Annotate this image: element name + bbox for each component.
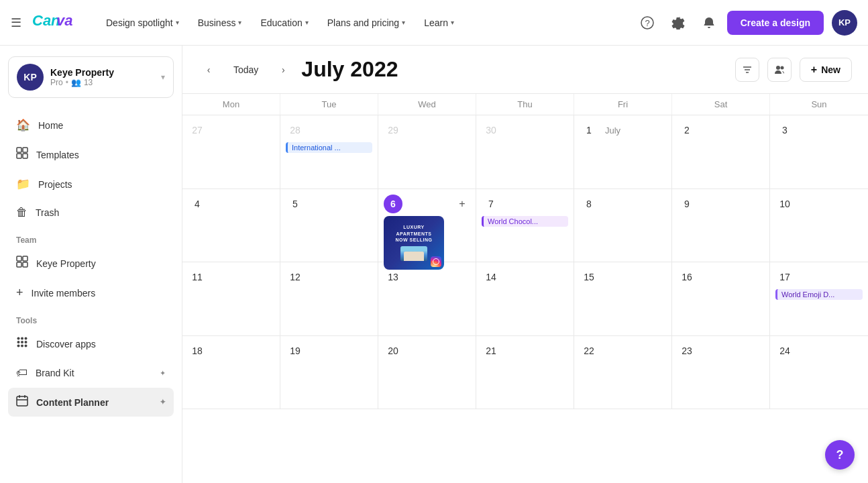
- date-number-today: 6: [384, 195, 402, 213]
- sidebar-item-invite-members[interactable]: + Invite members: [8, 279, 174, 307]
- day-header-mon: Mon: [182, 94, 280, 115]
- add-event-button[interactable]: +: [454, 196, 470, 212]
- nav-plans-pricing[interactable]: Plans and pricing ▾: [321, 12, 412, 34]
- calendar-cell-jul24[interactable]: 24: [770, 336, 868, 410]
- calendar-cell-jul5[interactable]: 5: [280, 189, 378, 263]
- calendar-filter-button[interactable]: [735, 58, 759, 82]
- sidebar-item-projects[interactable]: 📁 Projects: [8, 170, 174, 198]
- team-section-label: Team: [8, 227, 174, 249]
- svg-point-17: [25, 341, 28, 343]
- user-avatar[interactable]: KP: [832, 10, 857, 36]
- calendar-prev-button[interactable]: ‹: [199, 60, 219, 80]
- templates-icon: [16, 147, 28, 162]
- home-icon: 🏠: [16, 118, 30, 132]
- calendar-cell-jul7[interactable]: 7 World Chocol...: [476, 189, 574, 263]
- calendar-cell-jul22[interactable]: 22: [574, 336, 672, 410]
- calendar-cell-jul16[interactable]: 16: [672, 262, 770, 336]
- calendar-cell-jul12[interactable]: 12: [280, 262, 378, 336]
- calendar-cell-jul14[interactable]: 14: [476, 262, 574, 336]
- calendar-event[interactable]: International ...: [286, 142, 372, 153]
- sidebar-item-trash[interactable]: 🗑 Trash: [8, 199, 174, 226]
- sidebar-item-templates[interactable]: Templates: [8, 140, 174, 169]
- date-number: 9: [677, 195, 696, 213]
- calendar-cell-jul10[interactable]: 10: [770, 189, 868, 263]
- svg-text:va: va: [56, 12, 72, 29]
- calendar-new-button[interactable]: + New: [800, 58, 852, 82]
- date-number: 13: [384, 268, 402, 286]
- sidebar-item-keye-property[interactable]: Keye Property: [8, 249, 174, 278]
- calendar-cell-jul23[interactable]: 23: [672, 336, 770, 410]
- date-number: 1: [580, 121, 598, 140]
- svg-rect-6: [17, 154, 21, 158]
- canva-logo[interactable]: Can va: [32, 11, 80, 34]
- calendar-cell-jul15[interactable]: 15: [574, 262, 672, 336]
- main-layout: KP Keye Property Pro • 👥 13 ▾ 🏠 Home: [0, 46, 868, 483]
- calendar-cell-jul8[interactable]: 8: [574, 189, 672, 263]
- calendar-cell-jul1[interactable]: 1 July: [574, 115, 672, 189]
- svg-point-29: [780, 66, 783, 69]
- calendar-cell-jun29[interactable]: 29: [378, 115, 476, 189]
- date-number: 18: [188, 341, 207, 360]
- sidebar-item-content-planner[interactable]: Content Planner ✦: [8, 388, 174, 417]
- calendar-people-button[interactable]: [767, 58, 792, 82]
- nav-business-label: Business: [198, 17, 236, 28]
- calendar-cell-jun30[interactable]: 30: [476, 115, 574, 189]
- sidebar-item-brand-kit[interactable]: 🏷 Brand Kit ✦: [8, 360, 174, 386]
- calendar-cell-jul11[interactable]: 11: [182, 262, 280, 336]
- day-header-wed: Wed: [378, 94, 476, 115]
- date-number: 14: [482, 268, 500, 286]
- nav-learn[interactable]: Learn ▾: [417, 12, 461, 34]
- calendar-title: July 2022: [301, 57, 398, 82]
- svg-text:?: ?: [645, 18, 649, 28]
- date-number: 28: [286, 121, 305, 140]
- profile-sub: Pro • 👥 13: [50, 78, 154, 87]
- calendar-cell-jun27[interactable]: 27: [182, 115, 280, 189]
- calendar-cell-jul17[interactable]: 17 World Emoji D...: [770, 262, 868, 336]
- calendar-cell-jul4[interactable]: 4: [182, 189, 280, 263]
- calendar-cell-jul3[interactable]: 3: [770, 115, 868, 189]
- main-content: ‹ Today › July 2022 +: [182, 46, 868, 483]
- date-number: 24: [775, 341, 794, 360]
- hamburger-menu-icon[interactable]: ☰: [11, 15, 21, 30]
- notifications-icon-btn[interactable]: [696, 10, 722, 36]
- calendar-event[interactable]: World Chocol...: [482, 216, 568, 227]
- date-number: 21: [482, 341, 500, 360]
- calendar-cell-jul6[interactable]: 6 + LuxuryApartmentsNow Selling: [378, 189, 476, 263]
- svg-rect-4: [17, 148, 21, 152]
- day-header-fri: Fri: [574, 94, 672, 115]
- help-button[interactable]: ?: [825, 440, 855, 470]
- calendar-cell-jul20[interactable]: 20: [378, 336, 476, 410]
- calendar-day-headers: Mon Tue Wed Thu Fri Sat Sun: [182, 94, 868, 115]
- help-icon-btn[interactable]: ?: [635, 10, 660, 36]
- date-number: 7: [482, 195, 500, 213]
- calendar-event[interactable]: World Emoji D...: [775, 289, 863, 300]
- nav-education[interactable]: Education ▾: [254, 12, 315, 34]
- tools-section-label: Tools: [8, 308, 174, 329]
- calendar-cell-jul18[interactable]: 18: [182, 336, 280, 410]
- settings-icon-btn[interactable]: [665, 10, 691, 36]
- calendar-cell-jul13[interactable]: 13: [378, 262, 476, 336]
- sidebar-item-home[interactable]: 🏠 Home: [8, 111, 174, 139]
- sidebar-item-discover-apps-label: Discover apps: [36, 339, 96, 350]
- calendar-cell-jul21[interactable]: 21: [476, 336, 574, 410]
- profile-card[interactable]: KP Keye Property Pro • 👥 13 ▾: [8, 56, 174, 98]
- chevron-down-icon: ▾: [238, 19, 241, 26]
- calendar-cell-jul19[interactable]: 19: [280, 336, 378, 410]
- create-design-button[interactable]: Create a design: [727, 11, 824, 35]
- design-thumbnail[interactable]: LuxuryApartmentsNow Selling: [384, 216, 444, 270]
- calendar-today-button[interactable]: Today: [227, 60, 265, 79]
- projects-icon: 📁: [16, 177, 30, 191]
- calendar-cell-jul2[interactable]: 2: [672, 115, 770, 189]
- nav-business[interactable]: Business ▾: [191, 12, 249, 34]
- calendar-cell-jul9[interactable]: 9: [672, 189, 770, 263]
- svg-rect-10: [17, 262, 21, 267]
- svg-point-12: [17, 337, 20, 340]
- date-number: 27: [188, 121, 207, 140]
- calendar-cell-jun28[interactable]: 28 International ...: [280, 115, 378, 189]
- date-number: 12: [286, 268, 305, 286]
- nav-design-spotlight[interactable]: Design spotlight ▾: [99, 12, 186, 34]
- calendar-next-button[interactable]: ›: [273, 60, 293, 80]
- sidebar-item-discover-apps[interactable]: Discover apps: [8, 329, 174, 358]
- svg-point-28: [776, 66, 780, 70]
- brand-kit-icon: 🏷: [16, 366, 28, 380]
